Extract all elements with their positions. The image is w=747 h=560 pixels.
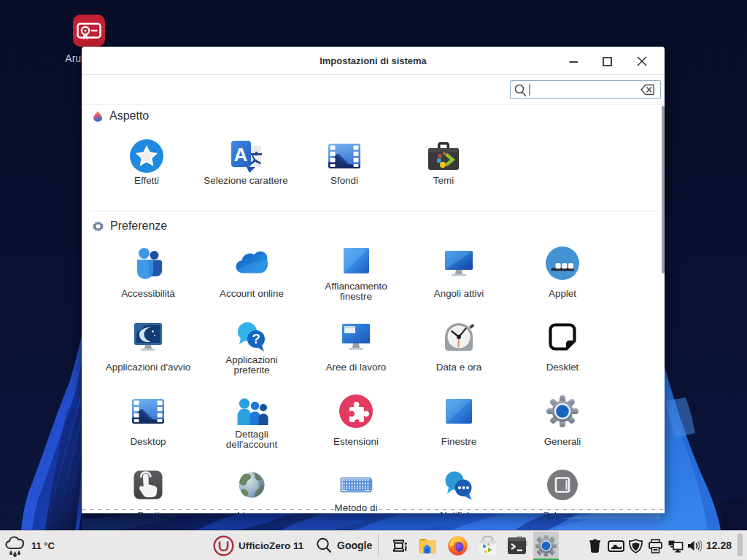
- svg-text:A: A: [234, 144, 248, 166]
- svg-text:?: ?: [252, 331, 260, 346]
